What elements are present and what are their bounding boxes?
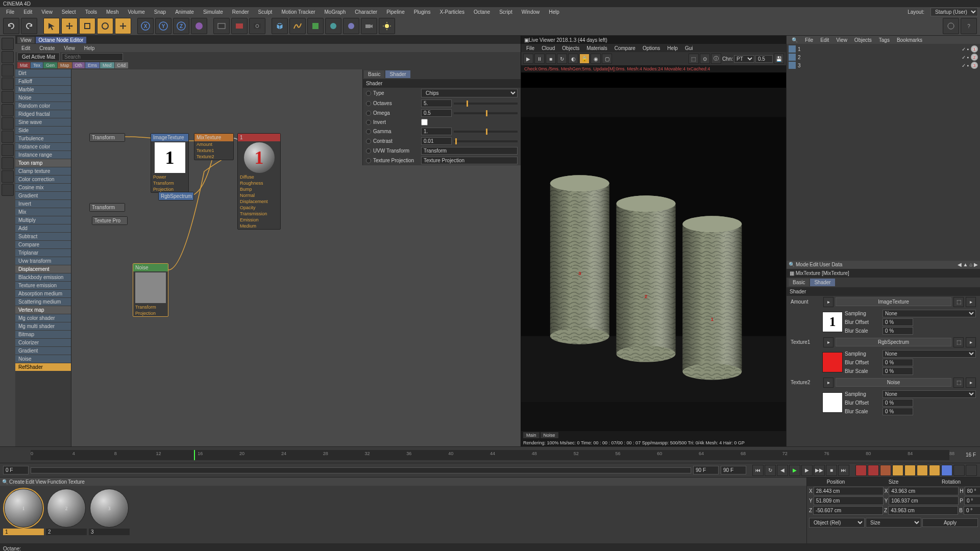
om-menu-bookmarks[interactable]: Bookmarks (894, 37, 925, 43)
port-noise-transform[interactable]: Transform (133, 304, 168, 310)
lv-tab-main[interactable]: Main (523, 432, 540, 438)
menu-character[interactable]: Character (351, 8, 381, 16)
mat-menu-texture[interactable]: Texture (68, 479, 85, 485)
menu-octane[interactable]: Octane (470, 8, 494, 16)
sidebar-side[interactable]: Side (15, 127, 71, 135)
sidebar-dirt[interactable]: Dirt (15, 69, 71, 78)
sidebar-instancerange[interactable]: Instance range (15, 151, 71, 159)
node-editor-tab[interactable]: Octane Node Editor (36, 37, 87, 43)
sampling-select[interactable]: None (883, 310, 976, 317)
menu-pipeline[interactable]: Pipeline (382, 8, 409, 16)
timeline[interactable]: 0481216202428323640444852566064687276808… (0, 446, 980, 463)
port-texture2[interactable]: Texture2 (194, 154, 233, 160)
edge-mode-button[interactable] (2, 104, 14, 116)
menu-help[interactable]: Help (545, 8, 564, 16)
mat-menu-view[interactable]: View (35, 479, 46, 485)
attr-menu-mode[interactable]: Mode (796, 262, 808, 267)
port-diffuse[interactable]: Diffuse (238, 174, 280, 180)
radio-icon[interactable] (366, 120, 371, 125)
spline-button[interactable] (289, 18, 306, 34)
ne-menu-edit[interactable]: Edit (17, 45, 34, 52)
object-rel-select[interactable]: Object (Rel) (809, 518, 865, 528)
sidebar-noise2[interactable]: Noise (15, 355, 71, 363)
ne-menu-create[interactable]: Create (35, 45, 59, 52)
sidebar-colorcorrection[interactable]: Color correction (15, 176, 71, 184)
apply-button[interactable]: Apply (922, 518, 978, 527)
contrast-input[interactable] (421, 137, 452, 145)
port-opacity[interactable]: Opacity (238, 205, 280, 211)
mat-menu-create[interactable]: Create (9, 479, 24, 485)
port-medium[interactable]: Medium (238, 223, 280, 229)
port-roughness[interactable]: Roughness (238, 180, 280, 186)
record-frame-button[interactable]: ■ (826, 465, 837, 476)
sidebar-add[interactable]: Add (15, 224, 71, 233)
attr-tab-basic[interactable]: Basic (789, 279, 809, 286)
port-noise-projection[interactable]: Projection (133, 310, 168, 316)
bluroffset-input2[interactable] (883, 359, 913, 366)
texture2-noise-button[interactable]: Noise (836, 378, 951, 387)
node-imagetexture[interactable]: ImageTexture 1 Power Transform Projectio… (151, 133, 189, 193)
menu-volume[interactable]: Volume (124, 8, 149, 16)
sampling-select2[interactable]: None (883, 350, 976, 358)
invert-checkbox[interactable] (421, 119, 428, 126)
step-back-button[interactable]: ◀ (777, 465, 788, 476)
contrast-slider[interactable] (454, 140, 518, 142)
sidebar-noise[interactable]: Noise (15, 94, 71, 102)
radio-icon[interactable] (366, 158, 371, 163)
radio-icon[interactable] (366, 91, 371, 96)
sidebar-colorizer[interactable]: Colorizer (15, 339, 71, 347)
node-transform-1[interactable]: Transform (89, 133, 125, 142)
generator-button[interactable] (307, 18, 324, 34)
pos-x-input[interactable] (814, 487, 884, 495)
render-picture-button[interactable] (231, 18, 248, 34)
rot-h-input[interactable] (965, 487, 980, 495)
lv-menu-file[interactable]: File (523, 45, 537, 52)
node-material[interactable]: 1 1 Diffuse Roughness Bump Normal Displa… (237, 133, 281, 230)
sidebar-randomcolor[interactable]: Random color (15, 102, 71, 110)
blurscale-input3[interactable] (883, 408, 913, 415)
rotate-tool[interactable] (97, 18, 113, 34)
texture1-more-button[interactable]: ▸ (966, 337, 976, 347)
blurscale-input2[interactable] (883, 367, 913, 375)
attr-tab-shader[interactable]: Shader (810, 279, 835, 286)
mat-menu-edit[interactable]: Edit (26, 479, 34, 485)
om-menu-edit[interactable]: Edit (817, 37, 832, 43)
radio-icon[interactable] (366, 148, 371, 154)
node-search-input[interactable] (62, 53, 123, 61)
menu-sculpt[interactable]: Sculpt (254, 8, 277, 16)
light-button[interactable] (379, 18, 395, 34)
lv-sphere-button[interactable]: ◉ (591, 54, 601, 64)
sidebar-toonramp[interactable]: Toon ramp (15, 159, 71, 167)
size-x-input[interactable] (889, 487, 959, 495)
pos-y-input[interactable] (814, 496, 884, 505)
camera-button[interactable] (361, 18, 377, 34)
axis-x-button[interactable]: X (137, 18, 154, 34)
model-mode-button[interactable] (2, 51, 14, 63)
om-menu-view[interactable]: View (833, 37, 850, 43)
sidebar-textureemission[interactable]: Texture emission (15, 282, 71, 290)
proj-value[interactable]: Texture Projection (421, 157, 518, 164)
port-amount[interactable]: Amount (194, 141, 233, 147)
menu-mograph[interactable]: MoGraph (321, 8, 350, 16)
radio-icon[interactable] (366, 129, 371, 134)
position-key-button[interactable] (892, 465, 903, 476)
sidebar-displacement[interactable]: Displacement (15, 265, 71, 273)
tag-oth[interactable]: Oth (72, 62, 85, 68)
radio-icon[interactable] (366, 101, 371, 106)
sidebar-refshader[interactable]: RefShader (15, 363, 71, 371)
sidebar-instancecolor[interactable]: Instance color (15, 143, 71, 151)
lv-stop-button[interactable]: ■ (546, 54, 556, 64)
om-menu-objects[interactable]: Objects (851, 37, 875, 43)
sidebar-sinewave[interactable]: Sine wave (15, 118, 71, 127)
locked-button[interactable] (2, 170, 14, 183)
rotation-key-button[interactable] (917, 465, 928, 476)
pla-key-button[interactable] (941, 465, 952, 476)
octaves-input[interactable] (421, 99, 452, 107)
lv-toggle-button[interactable]: ◐ (568, 54, 578, 64)
deformer-button[interactable] (325, 18, 341, 34)
material-2[interactable]: 2 2 (46, 489, 87, 535)
size-z-input[interactable] (888, 506, 958, 515)
range-slider[interactable] (31, 467, 691, 473)
menu-snap[interactable]: Snap (150, 8, 170, 16)
lv-menu-objects[interactable]: Objects (559, 45, 582, 52)
